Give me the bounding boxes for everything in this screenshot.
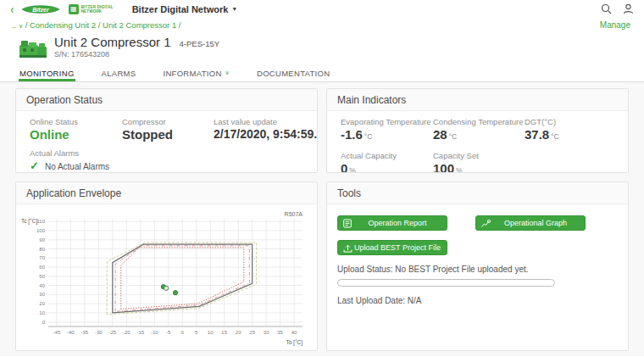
tab-bar: MONITORING ALARMS INFORMATION∨ DOCUMENTA… (0, 64, 644, 82)
panel-title: Tools (327, 182, 628, 204)
app-title-menu[interactable]: Bitzer Digital Network ▼ (132, 4, 238, 14)
compressor-image (19, 36, 47, 59)
x-tick-label: 20 (236, 330, 242, 335)
application-envelope-panel: Application Envelope -45-40-35-30-25-20-… (15, 181, 318, 351)
report-icon (343, 219, 353, 228)
actual-alarms-label: Actual Alarms (30, 148, 303, 158)
app-title: Bitzer Digital Network (132, 4, 229, 14)
field-capacity-set: Capacity Set 100% (433, 151, 525, 173)
tab-documentation[interactable]: DOCUMENTATION (256, 64, 330, 81)
x-tick-label: -30 (95, 330, 103, 335)
x-tick-label: 15 (221, 330, 227, 335)
bdn-logo-icon: ▦ (69, 4, 79, 14)
panel-title: Main Indicators (327, 89, 628, 111)
y-tick-label: 30 (39, 292, 45, 297)
field-online-status: Online Status Online (30, 117, 122, 142)
upload-progress-bar (337, 279, 555, 287)
x-tick-label: -5 (166, 330, 171, 335)
y-tick-label: 50 (39, 274, 45, 279)
compressor-value: Stopped (122, 127, 214, 142)
tab-information[interactable]: INFORMATION∨ (162, 64, 230, 81)
y-tick-label: 20 (39, 301, 45, 306)
x-tick-label: -25 (108, 330, 116, 335)
bitzer-logo[interactable]: Bitzer (21, 3, 60, 15)
breadcrumb-collapsed[interactable]: .. (12, 20, 16, 30)
x-tick-label: -15 (136, 330, 144, 335)
y-tick-label: 60 (39, 265, 45, 270)
manage-link[interactable]: Manage (600, 20, 630, 30)
topbar-actions (601, 3, 634, 14)
operating-point (164, 286, 169, 290)
indicators-grid: Evaporating Temperature -1.6°C Condensin… (341, 117, 614, 173)
field-dgt: DGT(°C) 37.8°C (525, 117, 614, 142)
refrigerant-label: R507A (285, 211, 303, 217)
back-chevron-icon[interactable]: ‹ (10, 3, 14, 15)
upload-status-text: Upload Status: No BEST Project File uplo… (337, 265, 618, 274)
operational-graph-button[interactable]: Operational Graph (475, 215, 586, 231)
unit-serial: S/N: 176543208 (54, 50, 219, 59)
graph-icon (481, 219, 491, 228)
chevron-down-icon: ▼ (231, 6, 237, 12)
x-axis-label: To [°C] (286, 339, 303, 346)
upload-icon (343, 243, 353, 253)
user-icon[interactable] (623, 3, 634, 14)
search-icon[interactable] (601, 3, 612, 14)
panel-title: Operation Status (16, 89, 317, 111)
tab-alarms[interactable]: ALARMS (101, 64, 137, 81)
top-app-bar: ‹ Bitzer ▦ BITZER DIGITAL NETWORK Bitzer… (0, 0, 644, 18)
application-envelope-chart: -45-40-35-30-25-20-15-10-505101520253035… (19, 208, 313, 349)
unit-meta: Unit 2 Compressor 1 4-PES-15Y S/N: 17654… (54, 35, 219, 59)
x-tick-label: 40 (291, 330, 297, 335)
x-tick-label: -45 (53, 330, 61, 335)
x-tick-label: 5 (195, 330, 198, 335)
breadcrumb-row: .. ∨ / Condensing Unit 2 / Unit 2 Compre… (0, 18, 644, 32)
svg-text:Bitzer: Bitzer (32, 6, 50, 12)
check-icon: ✓ (30, 161, 39, 171)
operating-point (173, 291, 177, 295)
x-tick-label: -10 (151, 330, 158, 335)
last-update-value: 2/17/2020, 9:54:59... (214, 127, 318, 141)
operation-status-panel: Operation Status Online Status Online Co… (15, 88, 318, 173)
field-evaporating-temperature: Evaporating Temperature -1.6°C (341, 117, 433, 142)
alarms-value: No Actual Alarms (45, 162, 109, 171)
y-axis-label: Tc [°C] (21, 218, 37, 225)
breadcrumb[interactable]: .. ∨ / Condensing Unit 2 / Unit 2 Compre… (12, 20, 180, 30)
unit-name: Unit 2 Compressor 1 (54, 35, 171, 49)
last-upload-date-text: Last Upload Date: N/A (337, 296, 618, 305)
bdn-logo-text: BITZER DIGITAL NETWORK (81, 5, 114, 14)
field-last-value-update: Last value update 2/17/2020, 9:54:59... (214, 117, 318, 142)
tools-panel: Tools Operation Report Operational Graph (326, 181, 629, 351)
y-tick-label: 80 (39, 247, 45, 252)
x-tick-label: -20 (123, 330, 130, 335)
content: Operation Status Online Status Online Co… (0, 82, 644, 356)
x-tick-label: 35 (277, 330, 283, 335)
y-tick-label: 0 (42, 320, 46, 325)
panel-title: Application Envelope (16, 182, 317, 204)
main-indicators-panel: Main Indicators Evaporating Temperature … (326, 88, 629, 173)
x-tick-label: 0 (181, 330, 185, 335)
y-tick-label: 10 (39, 310, 45, 315)
x-tick-label: 10 (208, 330, 214, 335)
operation-status-body: Online Status Online Compressor Stopped … (16, 111, 317, 173)
upload-best-project-file-button[interactable]: Upload BEST Project File (337, 240, 447, 255)
field-compressor: Compressor Stopped (122, 117, 214, 142)
unit-model: 4-PES-15Y (180, 39, 220, 48)
x-tick-label: 25 (249, 330, 255, 335)
online-status-value: Online (30, 127, 122, 142)
tab-monitoring[interactable]: MONITORING (19, 64, 75, 81)
page: ‹ Bitzer ▦ BITZER DIGITAL NETWORK Bitzer… (0, 0, 644, 357)
operation-report-button[interactable]: Operation Report (337, 215, 447, 231)
field-condensing-temperature: Condensing Temperature 28°C (433, 117, 525, 142)
bdn-logo[interactable]: ▦ BITZER DIGITAL NETWORK (69, 4, 114, 14)
chevron-down-icon: ∨ (225, 70, 230, 76)
y-tick-label: 90 (39, 237, 45, 243)
y-tick-label: 110 (36, 219, 45, 224)
breadcrumb-path[interactable]: / Condensing Unit 2 / Unit 2 Compressor … (25, 20, 181, 30)
y-tick-label: 100 (36, 228, 46, 233)
unit-header: Unit 2 Compressor 1 4-PES-15Y S/N: 17654… (0, 32, 644, 64)
x-tick-label: -35 (81, 330, 89, 335)
x-tick-label: 30 (264, 330, 269, 335)
field-actual-capacity: Actual Capacity 0% (341, 151, 433, 173)
x-tick-label: -40 (67, 330, 75, 335)
y-tick-label: 40 (39, 283, 45, 288)
